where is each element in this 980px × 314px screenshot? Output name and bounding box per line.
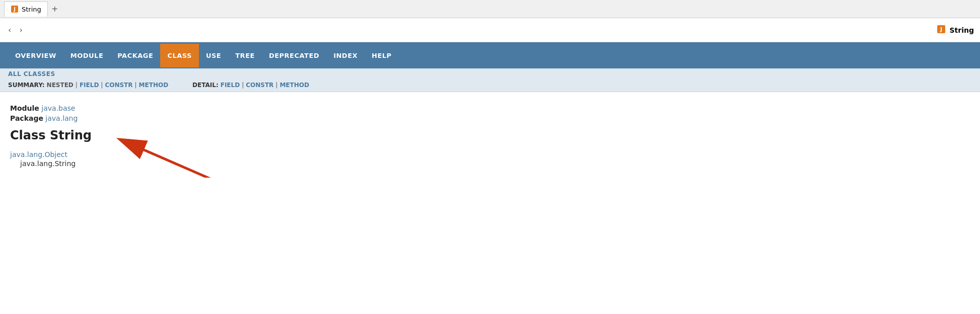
module-label: Module — [10, 104, 39, 112]
hierarchy-root: java.lang.Object — [10, 150, 970, 159]
forward-button[interactable]: › — [17, 23, 24, 37]
tab-bar: J String + — [0, 0, 980, 18]
nav-right: J String — [937, 25, 974, 35]
summary-nested: NESTED — [47, 82, 74, 89]
detail-method[interactable]: METHOD — [279, 82, 309, 89]
sub-nav-bar: ALL CLASSES SUMMARY: NESTED | FIELD | CO… — [0, 68, 980, 92]
nav-tree[interactable]: TREE — [228, 44, 262, 67]
package-line: Package java.lang — [10, 114, 970, 122]
add-tab-button[interactable]: + — [49, 3, 61, 15]
detail-constr[interactable]: CONSTR — [246, 82, 273, 89]
summary-bar: SUMMARY: NESTED | FIELD | CONSTR | METHO… — [0, 80, 980, 92]
module-value-link[interactable]: java.base — [41, 104, 75, 112]
nav-java-icon: J — [937, 25, 946, 35]
navigation-bar: ‹ › J String — [0, 18, 980, 42]
nav-overview[interactable]: OVERVIEW — [8, 44, 63, 67]
hierarchy-object-link[interactable]: java.lang.Object — [10, 150, 67, 159]
main-content: Module java.base Package java.lang Class… — [0, 92, 980, 178]
nav-help[interactable]: HELP — [365, 44, 399, 67]
nav-left: ‹ › — [6, 23, 25, 37]
hierarchy-string: java.lang.String — [20, 160, 970, 168]
module-line: Module java.base — [10, 104, 970, 112]
all-classes-link[interactable]: ALL CLASSES — [0, 68, 980, 80]
svg-text:J: J — [13, 7, 16, 12]
summary-method[interactable]: METHOD — [139, 82, 169, 89]
nav-use[interactable]: USE — [199, 44, 228, 67]
javadoc-nav-bar: OVERVIEW MODULE PACKAGE CLASS USE TREE D… — [0, 42, 980, 68]
summary-field[interactable]: FIELD — [80, 82, 99, 89]
detail-field[interactable]: FIELD — [221, 82, 240, 89]
nav-page-title: String — [950, 26, 974, 34]
nav-index[interactable]: INDEX — [326, 44, 365, 67]
back-button[interactable]: ‹ — [6, 23, 13, 37]
package-label: Package — [10, 114, 43, 122]
string-tab[interactable]: J String — [4, 2, 48, 17]
svg-text:J: J — [939, 26, 942, 33]
package-value-link[interactable]: java.lang — [45, 114, 78, 122]
nav-package[interactable]: PACKAGE — [110, 44, 160, 67]
nav-deprecated[interactable]: DEPRECATED — [262, 44, 326, 67]
class-title: Class String — [10, 128, 970, 142]
detail-label: DETAIL: — [192, 82, 219, 89]
summary-constr[interactable]: CONSTR — [105, 82, 132, 89]
nav-class[interactable]: CLASS — [160, 44, 199, 67]
summary-label: SUMMARY: — [8, 82, 45, 89]
java-tab-icon: J — [11, 5, 19, 13]
tab-title: String — [22, 6, 41, 13]
nav-module[interactable]: MODULE — [63, 44, 111, 67]
svg-line-5 — [121, 140, 237, 178]
